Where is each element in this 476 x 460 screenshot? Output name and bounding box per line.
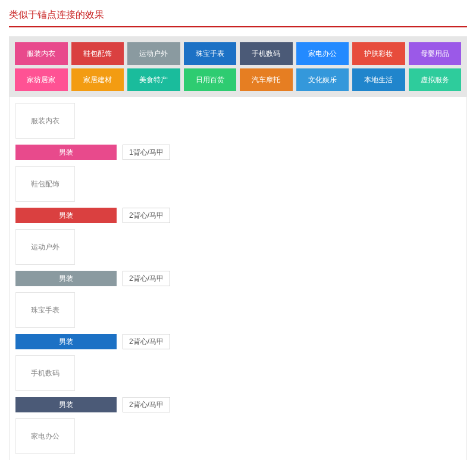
subcategory-tag[interactable]: 2背心/马甲 (123, 208, 170, 223)
subcategory-main-button[interactable]: 男装 (15, 397, 117, 412)
subcategory-row: 男装2背心/马甲 (15, 208, 461, 223)
category-tile-10[interactable]: 美食特产 (127, 68, 180, 91)
category-tile-11[interactable]: 日用百货 (184, 68, 237, 91)
category-tile-2[interactable]: 运动户外 (127, 42, 180, 65)
page-title: 类似于锚点连接的效果 (9, 9, 467, 27)
subcategory-main-button[interactable]: 男装 (15, 334, 117, 349)
subcategory-row: 男装2背心/马甲 (15, 334, 461, 349)
category-tile-8[interactable]: 家纺居家 (15, 68, 68, 91)
category-header: 服装内衣 (15, 103, 75, 139)
subcategory-tag[interactable]: 2背心/马甲 (123, 397, 170, 412)
category-tile-6[interactable]: 护肤彩妆 (352, 42, 405, 65)
subcategory-row: 男装1背心/马甲 (15, 145, 461, 160)
category-tile-15[interactable]: 虚拟服务 (409, 68, 462, 91)
category-section-4: 手机数码男装2背心/马甲 (15, 355, 461, 412)
subcategory-main-button[interactable]: 男装 (15, 208, 117, 223)
subcategory-row: 男装2背心/马甲 (15, 397, 461, 412)
category-header: 鞋包配饰 (15, 166, 75, 202)
category-tile-7[interactable]: 母婴用品 (409, 42, 462, 65)
category-tile-0[interactable]: 服装内衣 (15, 42, 68, 65)
subcategory-tag[interactable]: 1背心/马甲 (123, 145, 170, 160)
category-tile-3[interactable]: 珠宝手表 (184, 42, 237, 65)
category-header: 珠宝手表 (15, 292, 75, 328)
category-header: 手机数码 (15, 355, 75, 391)
subcategory-tag[interactable]: 2背心/马甲 (123, 271, 170, 286)
category-tile-14[interactable]: 本地生活 (352, 68, 405, 91)
category-tile-9[interactable]: 家居建材 (71, 68, 124, 91)
category-header: 家电办公 (15, 418, 75, 454)
category-tile-4[interactable]: 手机数码 (240, 42, 293, 65)
category-section-1: 鞋包配饰男装2背心/马甲 (15, 166, 461, 223)
category-tile-13[interactable]: 文化娱乐 (296, 68, 349, 91)
category-tile-1[interactable]: 鞋包配饰 (71, 42, 124, 65)
subcategory-main-button[interactable]: 男装 (15, 271, 117, 286)
category-section-3: 珠宝手表男装2背心/马甲 (15, 292, 461, 349)
subcategory-row: 男装2背心/马甲 (15, 271, 461, 286)
subcategory-tag[interactable]: 2背心/马甲 (123, 334, 170, 349)
category-section-5: 家电办公男装2背心/马甲 (15, 418, 461, 460)
subcategory-main-button[interactable]: 男装 (15, 145, 117, 160)
category-section-2: 运动户外男装2背心/马甲 (15, 229, 461, 286)
category-tile-5[interactable]: 家电办公 (296, 42, 349, 65)
content-area: 服装内衣男装1背心/马甲鞋包配饰男装2背心/马甲运动户外男装2背心/马甲珠宝手表… (9, 97, 467, 460)
category-header: 运动户外 (15, 229, 75, 265)
category-tile-12[interactable]: 汽车摩托 (240, 68, 293, 91)
category-section-0: 服装内衣男装1背心/马甲 (15, 103, 461, 160)
category-grid: 服装内衣鞋包配饰运动户外珠宝手表手机数码家电办公护肤彩妆母婴用品家纺居家家居建材… (9, 36, 467, 97)
